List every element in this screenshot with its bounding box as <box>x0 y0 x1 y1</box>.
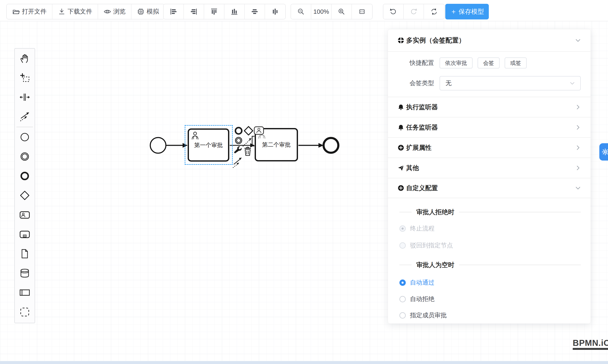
lasso-tool[interactable] <box>14 68 35 88</box>
gear-icon <box>601 148 608 156</box>
section-task-listener[interactable]: 任务监听器 <box>388 117 591 137</box>
align-left-icon <box>169 7 178 16</box>
append-gateway-button[interactable] <box>244 127 253 135</box>
radio-icon[interactable] <box>399 312 406 319</box>
intermediate-event-icon <box>19 151 30 162</box>
history-tool-group <box>383 4 445 19</box>
simulate-button[interactable]: 模拟 <box>132 4 164 19</box>
properties-panel: 多实例（会签配置） 快捷配置 依次审批 会签 或签 会签类型 无 <box>388 29 591 324</box>
hand-tool[interactable] <box>14 49 35 68</box>
zoom-fit-button[interactable] <box>352 4 372 19</box>
create-user-task[interactable] <box>14 205 35 225</box>
download-file-label: 下载文件 <box>68 7 92 16</box>
radio-auto-reject[interactable]: 自动拒绝 <box>398 295 581 304</box>
align-center-vertical-button[interactable] <box>265 4 285 19</box>
download-icon <box>58 8 66 15</box>
preview-button[interactable]: 浏览 <box>98 4 132 19</box>
radio-assign-member[interactable]: 指定成员审批 <box>398 311 581 320</box>
panel-header[interactable]: 多实例（会签配置） <box>388 29 591 52</box>
hand-icon <box>19 53 30 64</box>
radio-auto-pass[interactable]: 自动通过 <box>398 278 581 287</box>
zoom-out-button[interactable] <box>291 4 311 19</box>
radio-icon <box>399 242 406 249</box>
undo-button[interactable] <box>383 4 404 19</box>
toolbar: 打开文件 下载文件 浏览 <box>0 0 608 21</box>
plus-circle-icon <box>398 144 404 151</box>
folder-open-icon <box>12 8 20 15</box>
wrench-button[interactable] <box>234 146 242 153</box>
create-start-event[interactable] <box>14 127 35 147</box>
append-end-event-button[interactable] <box>236 128 242 134</box>
section-label: 任务监听器 <box>406 123 438 132</box>
section-custom-config[interactable]: 自定义配置 <box>388 178 591 198</box>
group-icon <box>19 307 30 317</box>
custom-config-body: 审批人拒绝时 终止流程 驳回到指定节点 审批人为空时 自动通过 <box>388 208 591 320</box>
align-top-icon <box>210 7 218 16</box>
append-text-annotation-button[interactable] <box>243 136 254 146</box>
quick-config-row: 快捷配置 依次审批 会签 或签 <box>388 57 591 68</box>
trash-button[interactable] <box>245 147 251 156</box>
align-left-button[interactable] <box>164 4 184 19</box>
section-execution-listener[interactable]: 执行监听器 <box>388 97 591 117</box>
radio-icon[interactable] <box>399 279 406 286</box>
create-gateway[interactable] <box>14 186 35 205</box>
chevron-right-icon <box>575 165 581 171</box>
plus-icon: ＋ <box>450 7 457 16</box>
gateway-icon <box>19 190 30 201</box>
space-tool-icon <box>19 92 30 103</box>
start-event-shape[interactable] <box>150 138 166 153</box>
align-center-horizontal-button[interactable] <box>245 4 265 19</box>
append-user-task-button[interactable] <box>254 127 264 134</box>
align-bottom-icon <box>230 7 238 16</box>
task-first-approval[interactable]: 第一个审批 <box>188 129 229 162</box>
align-bottom-button[interactable] <box>225 4 245 19</box>
download-file-button[interactable]: 下载文件 <box>53 4 98 19</box>
chip-icon <box>137 8 145 15</box>
zoom-level-display[interactable]: 100% <box>311 4 331 19</box>
eye-icon <box>104 8 111 15</box>
section-extended-properties[interactable]: 扩展属性 <box>388 137 591 158</box>
connect-button[interactable] <box>233 158 242 168</box>
chevron-down-icon <box>570 81 575 86</box>
task-first-approval-label: 第一个审批 <box>194 141 223 149</box>
global-connect-tool[interactable] <box>14 107 35 126</box>
lasso-icon <box>19 72 30 83</box>
sign-type-row: 会签类型 无 <box>388 76 591 91</box>
context-pad <box>232 124 267 169</box>
create-participant[interactable] <box>14 283 35 302</box>
chevron-right-icon <box>575 145 581 150</box>
page-bottom-strip <box>0 361 608 364</box>
append-intermediate-event-button[interactable] <box>236 137 242 144</box>
end-event-shape[interactable] <box>324 138 338 153</box>
create-data-object[interactable] <box>14 244 35 263</box>
sign-type-select[interactable]: 无 <box>440 76 581 91</box>
radio-icon[interactable] <box>399 296 406 302</box>
align-top-button[interactable] <box>204 4 225 19</box>
end-event-icon <box>19 171 30 181</box>
bell-icon <box>398 104 404 110</box>
open-file-button[interactable]: 打开文件 <box>7 4 53 19</box>
space-tool[interactable] <box>14 88 35 107</box>
align-right-button[interactable] <box>184 4 204 19</box>
create-group[interactable] <box>14 302 35 322</box>
create-subprocess[interactable] <box>14 225 35 244</box>
settings-tab[interactable] <box>599 143 608 161</box>
bpmn-io-watermark: BPMN.iO <box>573 338 608 350</box>
option-sequential-approval[interactable]: 依次审批 <box>440 57 473 68</box>
create-end-event[interactable] <box>14 166 35 186</box>
redo-button[interactable] <box>404 4 424 19</box>
zoom-in-button[interactable] <box>331 4 352 19</box>
undo-icon <box>389 8 397 16</box>
simulate-label: 模拟 <box>147 7 159 16</box>
create-intermediate-event[interactable] <box>14 147 35 166</box>
chevron-right-icon <box>575 125 581 130</box>
reset-button[interactable] <box>424 4 444 19</box>
create-data-store[interactable] <box>14 263 35 283</box>
option-or-sign[interactable]: 或签 <box>505 57 527 68</box>
zoom-fit-icon <box>358 8 366 15</box>
save-model-button[interactable]: ＋ 保存模型 <box>445 4 489 19</box>
section-other[interactable]: 其他 <box>388 158 591 178</box>
user-task-icon <box>19 209 30 220</box>
chevron-down-icon <box>575 185 581 191</box>
option-countersign[interactable]: 会签 <box>478 57 500 68</box>
